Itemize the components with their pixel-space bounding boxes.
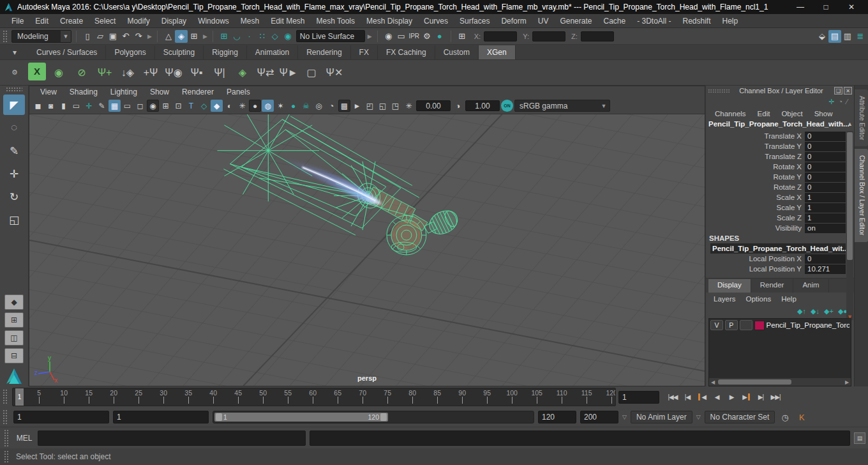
channel-label[interactable]: Rotate Z (706, 183, 805, 191)
z-coord-input[interactable] (581, 31, 614, 42)
menubar-item[interactable]: Mesh Display (361, 15, 417, 27)
group-expander-icon[interactable]: ▶ (368, 33, 372, 40)
xgen-import-description-icon[interactable]: ↓◈ (117, 63, 138, 83)
scale-tool-button[interactable]: ◱ (3, 210, 25, 230)
xgen-layers-icon[interactable]: ◈ (232, 63, 253, 83)
channel-label[interactable]: Rotate X (706, 163, 805, 171)
channel-box-menu-item[interactable]: Edit (752, 110, 775, 118)
scroll-right-icon[interactable]: ▶ (843, 379, 851, 385)
range-end-handle[interactable] (380, 413, 387, 421)
current-frame-field[interactable]: 1 (618, 391, 659, 404)
contrast-icon[interactable]: ◑ (452, 100, 464, 112)
channel-value-field[interactable]: on (805, 224, 846, 233)
select-tool-button[interactable]: ◤ (3, 95, 25, 115)
range-start-handle[interactable] (216, 413, 222, 421)
drag-handle[interactable] (4, 450, 10, 463)
layer-display-type-toggle[interactable] (740, 320, 752, 330)
persp-graph-layout-button[interactable]: ⊟ (4, 348, 24, 363)
rotate-tool-button[interactable]: ↻ (3, 187, 25, 207)
channel-box-menu-item[interactable]: Show (809, 110, 838, 118)
safe-title-icon[interactable]: T (185, 100, 197, 112)
attribute-editor-icon[interactable]: ▥ (841, 30, 854, 43)
channel-label[interactable]: Scale Y (706, 204, 805, 211)
xray-joints-icon[interactable]: ◎ (313, 100, 325, 112)
step-forward-frame-button[interactable]: ▶| (754, 390, 768, 404)
channel-value-field[interactable]: 0 (805, 162, 846, 172)
xgen-mirror-guides-icon[interactable]: Ψ| (209, 63, 230, 83)
wireframe-icon[interactable]: ◇ (198, 100, 210, 112)
isolate-select-icon[interactable]: ◰ (364, 100, 376, 112)
move-tool-button[interactable]: ✛ (3, 164, 25, 184)
shadows-icon[interactable]: ● (249, 100, 261, 112)
channel-label[interactable]: Local Position Y (706, 265, 805, 273)
shape-node-name[interactable]: Pencil_Tip_Propane_Torch_Head_wit... (710, 243, 846, 254)
contrast-field[interactable]: 1.00 (465, 100, 500, 111)
selection-preview-icon[interactable]: ► (351, 100, 363, 112)
xgen-hide-preview-icon[interactable]: ⊘ (71, 63, 92, 83)
command-input[interactable] (38, 431, 306, 446)
command-language-toggle[interactable]: MEL (15, 434, 34, 443)
channel-value-field[interactable]: 1 (805, 203, 846, 213)
shelf-tab[interactable]: FX (351, 45, 378, 59)
viewport-canvas-area[interactable]: persp y z x (29, 114, 705, 386)
grease-pencil-icon[interactable]: ✎ (96, 100, 108, 112)
shelf-tab-menu-icon[interactable]: ▾ (1, 45, 28, 59)
auto-keyframe-icon[interactable]: K (795, 413, 808, 422)
sidebar-vertical-tab[interactable]: Attribute Editor (855, 89, 868, 146)
range-slider-bar[interactable]: 1 120 (214, 413, 388, 422)
layer-editor-menu-item[interactable]: Options (741, 295, 777, 303)
camera-attributes-icon[interactable]: ◙ (45, 100, 57, 112)
shelf-tab[interactable]: Sculpting (155, 45, 204, 59)
menubar-item[interactable]: Mesh Tools (311, 15, 360, 27)
ambient-occlusion-icon[interactable]: ◍ (262, 100, 274, 112)
xgen-lock-guides-icon[interactable]: Ψ▪ (186, 63, 207, 83)
snap-grid-icon[interactable]: ⊞ (218, 30, 230, 43)
close-button[interactable]: ✕ (839, 3, 864, 11)
layer-editor-tab[interactable]: Anim (793, 279, 828, 293)
xgen-create-description-icon[interactable]: Ψ+ (94, 63, 115, 83)
animation-end-field[interactable]: 200 (580, 411, 618, 423)
menubar-item[interactable]: Select (89, 15, 121, 27)
play-forwards-button[interactable]: ▶ (724, 390, 738, 404)
x-coord-input[interactable] (484, 31, 517, 42)
anim-layer-dropdown[interactable]: No Anim Layer (631, 411, 692, 423)
group-expander-icon[interactable]: ▶ (147, 33, 152, 40)
exposure-field[interactable]: 0.00 (416, 100, 451, 111)
animation-preferences-icon[interactable]: ◷ (779, 413, 791, 422)
shelf-tab[interactable]: Polygons (106, 45, 154, 59)
layer-color-swatch[interactable] (754, 321, 765, 330)
pan-zoom-icon[interactable]: ✛ (83, 100, 95, 112)
channel-value-field[interactable]: 1 (805, 213, 846, 223)
menubar-item[interactable]: Deform (496, 15, 531, 27)
new-scene-icon[interactable]: ▯ (81, 30, 94, 43)
make-live-icon[interactable]: ◉ (281, 30, 294, 43)
menubar-item[interactable]: Surfaces (454, 15, 495, 27)
channel-value-field[interactable]: 0 (805, 142, 846, 151)
menubar-item[interactable]: File (6, 15, 29, 27)
shelf-tab[interactable]: Rigging (204, 45, 247, 59)
y-coord-input[interactable] (532, 31, 565, 42)
scroll-up-icon[interactable]: ▲ (847, 121, 853, 127)
drag-handle[interactable] (6, 87, 22, 92)
menubar-item[interactable]: Edit Mesh (266, 15, 310, 27)
channel-label[interactable]: Scale Z (706, 214, 805, 222)
shelf-tab[interactable]: FX Caching (378, 45, 435, 59)
channel-label[interactable]: Translate Z (706, 153, 805, 160)
layer-editor-menu-item[interactable]: Help (776, 295, 802, 303)
animation-start-field[interactable]: 1 (13, 411, 109, 423)
layer-row[interactable]: V P Pencil_Tip_Propane_Torc (709, 319, 851, 332)
gate-mask-icon[interactable]: ◉ (147, 100, 159, 112)
minimize-button[interactable]: — (788, 3, 813, 11)
transparency-sort-icon[interactable]: ▩ (338, 100, 350, 112)
shelf-tab[interactable]: Rendering (298, 45, 350, 59)
lasso-tool-button[interactable]: ◌ (3, 118, 25, 138)
channel-value-field[interactable]: 0 (805, 172, 846, 182)
scroll-left-icon[interactable]: ◀ (709, 379, 717, 385)
default-material-icon[interactable]: ● (287, 100, 299, 112)
channel-box-menu-item[interactable]: Channels (710, 110, 751, 118)
live-surface-field[interactable]: No Live Surface (296, 30, 365, 42)
channel-value-field[interactable]: 1 (805, 193, 846, 202)
selected-node-name[interactable]: Pencil_Tip_Propane_Torch_Head_with... ▲ (706, 120, 854, 131)
channel-label[interactable]: Local Position X (706, 255, 805, 263)
channel-label[interactable]: Scale X (706, 194, 805, 201)
